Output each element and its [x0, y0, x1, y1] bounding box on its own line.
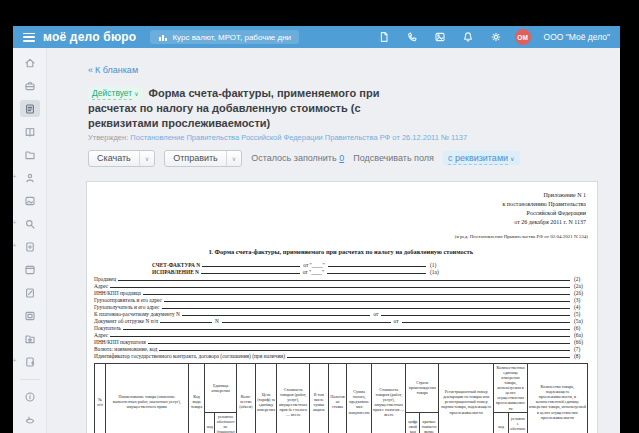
avatar[interactable]: ОМ: [515, 29, 531, 45]
appendix-block: Приложение N 1 к постановлению Правитель…: [94, 191, 586, 227]
doc-plus-icon: [24, 241, 36, 253]
window-frame: моё дело бюро Курс валют, МРОТ, рабочие …: [0, 0, 639, 433]
file-icon[interactable]: [378, 31, 390, 43]
sidebar-item-file-add[interactable]: +: [20, 353, 40, 370]
menu-icon[interactable]: [23, 33, 35, 42]
form-line-2б: ИНН/КПП продавца(2б): [94, 289, 588, 296]
form-line-7: Валюта: наименование, код(7): [94, 345, 588, 352]
toolbar: Скачать ∨ Отправить ∨ Осталось заполнить…: [88, 150, 606, 167]
remaining-count-link[interactable]: 0: [339, 153, 344, 163]
highlight-fields-label: Подсвечивать поля: [353, 153, 434, 163]
document-preview[interactable]: Приложение N 1 к постановлению Правитель…: [86, 181, 598, 433]
plus-icon: +: [13, 242, 17, 249]
forms-icon: [24, 103, 36, 115]
support-icon: [24, 414, 36, 426]
folder-icon: [24, 149, 36, 161]
form-line-5: К платежно-расчетному документу Nот(5): [94, 310, 588, 317]
download-button[interactable]: Скачать ∨: [88, 150, 155, 167]
form-line-4: Грузополучатель и его адрес(4): [94, 303, 588, 310]
sidebar-item-editor[interactable]: [20, 284, 40, 301]
form-line-2а: Адрес(2а): [94, 282, 588, 289]
home-icon: [24, 57, 36, 69]
chevron-down-icon: ∨: [134, 91, 138, 97]
invoice-table: № п/пНаименование товара (описание выпол…: [94, 363, 588, 433]
sidebar-item-home[interactable]: [20, 54, 40, 71]
back-to-forms-link[interactable]: « К бланкам: [88, 65, 138, 75]
sidebar-item-support[interactable]: [20, 411, 40, 428]
form-line-6: Покупатель(6): [94, 324, 588, 331]
download-dropdown-icon[interactable]: ∨: [139, 151, 154, 166]
sidebar-divider: [20, 379, 40, 380]
plus-icon: +: [13, 219, 17, 226]
sidebar-item-documents[interactable]: [20, 146, 40, 163]
file-add-icon: [24, 356, 36, 368]
image-icon: [24, 195, 36, 207]
main-content: « К бланкам Действует∨Форма счета-фактур…: [47, 48, 620, 433]
form-line-3: Грузоотправитель и его адрес(3): [94, 296, 588, 303]
app-window: моё дело бюро Курс валют, МРОТ, рабочие …: [13, 26, 620, 433]
chart-bars-icon: [158, 33, 168, 42]
chevron-down-icon: ∨: [510, 156, 514, 162]
rates-button[interactable]: Курс валют, МРОТ, рабочие дни: [150, 30, 299, 44]
send-dropdown-icon[interactable]: ∨: [226, 151, 241, 166]
approved-regulation-link[interactable]: Постановление Правительства Российской Ф…: [130, 133, 467, 142]
send-button[interactable]: Отправить ∨: [164, 150, 242, 167]
back-arrow-icon: «: [88, 65, 93, 75]
approved-line: Утвержден: Постановление Правительства Р…: [88, 133, 606, 142]
plus-icon: +: [13, 173, 17, 180]
variant-dropdown[interactable]: с реквизитами∨: [443, 151, 520, 165]
app-logo[interactable]: моё дело бюро: [43, 30, 136, 44]
sidebar-item-knowledge-base[interactable]: [20, 123, 40, 140]
form-line-6а: Адрес(6а): [94, 331, 588, 338]
person-icon: [24, 172, 36, 184]
form-line-6б: ИНН/КПП покупателя(6б): [94, 338, 588, 345]
gear-icon[interactable]: [490, 31, 502, 43]
sidebar-item-new-document[interactable]: +: [20, 238, 40, 255]
status-badge[interactable]: Действует∨: [88, 87, 143, 101]
sidebar-item-webinars[interactable]: [20, 261, 40, 278]
search-icon: [24, 218, 36, 230]
form-requisites: СЧЕТ-ФАКТУРА Nот "____"(1)ИСПРАВЛЕНИЕ Nо…: [94, 261, 588, 359]
sidebar-item-briefcase[interactable]: [20, 77, 40, 94]
sidebar-item-bookmarks[interactable]: [20, 330, 40, 347]
sidebar-item-search[interactable]: +: [20, 215, 40, 232]
form-line-5а: Документ об отгрузке N п/пNот(5а): [94, 317, 588, 324]
form-line-8: Идентификатор государственного контракта…: [94, 352, 588, 359]
sidebar-item-info[interactable]: [20, 388, 40, 405]
info-icon: [24, 391, 36, 403]
doc-edit-icon: [24, 287, 36, 299]
sidebar-item-forms[interactable]: [20, 100, 40, 117]
media-icon: [24, 310, 36, 322]
form-line-1: СЧЕТ-ФАКТУРА Nот "____"(1): [152, 261, 444, 268]
top-bar: моё дело бюро Курс валют, МРОТ, рабочие …: [13, 26, 620, 48]
remaining-to-fill: Осталось заполнить 0: [251, 153, 344, 163]
folder-star-icon: [24, 333, 36, 345]
sidebar: +++++···: [13, 48, 47, 433]
form-line-1а: ИСПРАВЛЕНИЕ Nот "____"(1а): [152, 268, 444, 275]
sidebar-item-reports[interactable]: [20, 192, 40, 209]
edition-note: (в ред. Постановления Правительства РФ о…: [94, 234, 588, 239]
phone-icon[interactable]: [406, 31, 418, 43]
plus-icon: +: [13, 357, 17, 364]
form-section-title: I. Форма счета-фактуры, применяемого при…: [94, 248, 588, 255]
briefcase-icon: [24, 80, 36, 92]
book-icon: [24, 126, 36, 138]
browser-icon: [24, 264, 36, 276]
company-name[interactable]: ООО "Моё дело": [544, 32, 610, 42]
form-line-2: Продавец(2): [94, 275, 588, 282]
sidebar-item-media[interactable]: [20, 307, 40, 324]
sidebar-item-contractors[interactable]: +: [20, 169, 40, 186]
gallery-icon[interactable]: [434, 31, 446, 43]
bell-icon[interactable]: [462, 31, 474, 43]
